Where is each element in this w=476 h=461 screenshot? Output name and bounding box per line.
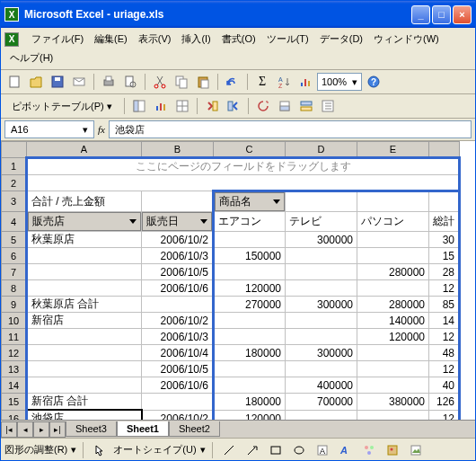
row-13[interactable]: 13	[2, 361, 27, 377]
mail-button[interactable]	[69, 72, 89, 92]
row-11[interactable]: 11	[2, 329, 27, 345]
row-5[interactable]: 5	[2, 232, 27, 248]
h-pc[interactable]: パソコン	[357, 212, 429, 232]
cell-f6[interactable]: 15	[429, 248, 460, 264]
cell-b5[interactable]: 2006/10/2	[142, 232, 214, 248]
cell-a11[interactable]	[27, 329, 142, 345]
cell-d12[interactable]: 300000	[286, 345, 357, 361]
cell-e16[interactable]	[357, 410, 429, 420]
cell-b6[interactable]: 2006/10/3	[142, 248, 214, 264]
help-button[interactable]: ?	[364, 72, 383, 92]
textbox-icon[interactable]: A	[313, 440, 332, 460]
minimize-button[interactable]: _	[411, 5, 430, 24]
row-9[interactable]: 9	[2, 297, 27, 313]
autoshape[interactable]: オートシェイプ(U)	[113, 443, 196, 457]
cell-b15[interactable]	[142, 394, 214, 411]
cell-e7[interactable]: 280000	[357, 264, 429, 280]
menu-data[interactable]: データ(D)	[314, 30, 368, 49]
cell-c12[interactable]: 180000	[214, 345, 286, 361]
tab-prev[interactable]: ◂	[17, 421, 33, 438]
pivot-hide-icon[interactable]	[172, 96, 192, 116]
menu-window[interactable]: ウィンドウ(W)	[368, 30, 445, 49]
cell-a9[interactable]: 秋葉原店 合計	[27, 297, 142, 313]
sum-label[interactable]: 合計 / 売上金額	[27, 191, 142, 212]
save-button[interactable]	[48, 72, 67, 92]
cell-a16[interactable]: 池袋店	[27, 410, 142, 420]
cell-c14[interactable]	[214, 377, 286, 394]
pivot-field-icon[interactable]	[296, 96, 316, 116]
col-d[interactable]: D	[286, 142, 357, 158]
chart-button[interactable]	[295, 72, 315, 92]
cell-f12[interactable]: 48	[429, 345, 460, 361]
row-8[interactable]: 8	[2, 280, 27, 297]
cell-b14[interactable]: 2006/10/6	[142, 377, 214, 394]
cell-a7[interactable]	[27, 264, 142, 280]
cell-d7[interactable]	[286, 264, 357, 280]
cell-d14[interactable]: 400000	[286, 377, 357, 394]
clipart-icon[interactable]	[383, 440, 402, 460]
cell-e12[interactable]	[357, 345, 429, 361]
cell-f14[interactable]: 40	[429, 377, 460, 394]
menu-tools[interactable]: ツール(T)	[261, 30, 314, 49]
row-4[interactable]: 4	[2, 212, 27, 232]
menu-format[interactable]: 書式(O)	[216, 30, 261, 49]
cell-e8[interactable]	[357, 280, 429, 297]
h-aircon[interactable]: エアコン	[214, 212, 286, 232]
cell-f7[interactable]: 28	[429, 264, 460, 280]
open-button[interactable]	[26, 72, 46, 92]
col-b[interactable]: B	[142, 142, 214, 158]
cell-b12[interactable]: 2006/10/4	[142, 345, 214, 361]
chevron-down-icon[interactable]	[200, 219, 207, 224]
cell-a12[interactable]	[27, 345, 142, 361]
print-button[interactable]	[99, 72, 119, 92]
worksheet[interactable]: A B C D E 1 ここにページのフィールドをドラッグします 2 3 合計 …	[1, 141, 475, 420]
cell-a10[interactable]: 新宿店	[27, 313, 142, 329]
sort-button[interactable]: AZ	[274, 72, 294, 92]
cell-f8[interactable]: 12	[429, 280, 460, 297]
tab-sheet3[interactable]: Sheet3	[66, 421, 117, 437]
cell-f15[interactable]: 126	[429, 394, 460, 411]
zoom-box[interactable]: 100%▾	[317, 73, 362, 91]
rect-icon[interactable]	[266, 440, 286, 460]
diagram-icon[interactable]	[359, 440, 379, 460]
preview-button[interactable]	[120, 72, 140, 92]
paste-button[interactable]	[193, 72, 213, 92]
pivot-settings-icon[interactable]	[275, 96, 295, 116]
cell-d5[interactable]: 300000	[286, 232, 357, 248]
cell-b16[interactable]: 2006/10/2	[142, 410, 214, 420]
chevron-down-icon[interactable]	[129, 219, 137, 224]
menu-view[interactable]: 表示(V)	[133, 30, 177, 49]
row-16[interactable]: 16	[2, 410, 27, 420]
tab-sheet1[interactable]: Sheet1	[117, 421, 169, 437]
chevron-down-icon[interactable]	[273, 199, 280, 204]
copy-button[interactable]	[172, 72, 191, 92]
maximize-button[interactable]: □	[432, 5, 451, 24]
cell-a14[interactable]	[27, 377, 142, 394]
cell-e9[interactable]: 280000	[357, 297, 429, 313]
wordart-icon[interactable]: A	[336, 440, 356, 460]
fx-icon[interactable]: fx	[98, 124, 105, 135]
cell-b11[interactable]: 2006/10/3	[142, 329, 214, 345]
cell-a13[interactable]	[27, 361, 142, 377]
cell-e6[interactable]	[357, 248, 429, 264]
h-tv[interactable]: テレビ	[286, 212, 357, 232]
cell-b13[interactable]: 2006/10/5	[142, 361, 214, 377]
undo-button[interactable]	[223, 72, 242, 92]
cell-d11[interactable]	[286, 329, 357, 345]
name-box[interactable]: A16▾	[4, 120, 94, 138]
cell-b10[interactable]: 2006/10/2	[142, 313, 214, 329]
pivot-label[interactable]: ピボットテーブル(P) ▾	[4, 98, 119, 115]
cell-f16[interactable]: 12	[429, 410, 460, 420]
pivot-refresh-icon[interactable]	[253, 96, 273, 116]
cell-a8[interactable]	[27, 280, 142, 297]
sum-button[interactable]: Σ	[252, 72, 272, 92]
menu-edit[interactable]: 編集(E)	[89, 30, 133, 49]
cell-b8[interactable]: 2006/10/6	[142, 280, 214, 297]
row-10[interactable]: 10	[2, 313, 27, 329]
cell-c7[interactable]	[214, 264, 286, 280]
pivot-group-icon[interactable]	[224, 96, 243, 116]
cell-e13[interactable]	[357, 361, 429, 377]
picture-icon[interactable]	[406, 440, 426, 460]
new-button[interactable]	[4, 72, 24, 92]
col-a[interactable]: A	[27, 142, 142, 158]
